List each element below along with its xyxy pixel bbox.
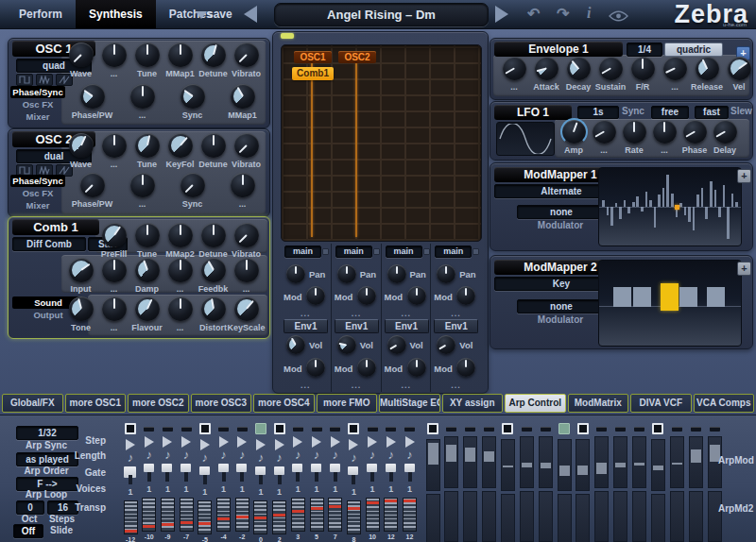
gate-slider[interactable] — [124, 466, 137, 485]
step-indicator[interactable] — [368, 427, 378, 432]
voices-value[interactable]: 1 — [240, 485, 245, 494]
knob-phase-pw[interactable] — [80, 173, 105, 197]
envelope1-snap-select[interactable]: 1/4 — [627, 42, 662, 57]
gate-slider[interactable] — [143, 464, 156, 483]
gate-slider[interactable] — [198, 466, 212, 485]
lane-module-comb1[interactable]: Comb1 — [292, 67, 334, 80]
tab-modmatrix[interactable]: ModMatrix — [568, 394, 629, 413]
knob-pan[interactable] — [286, 264, 305, 283]
arpmod-slider[interactable] — [558, 439, 572, 491]
lane-tab-osc2[interactable]: OSC2 — [338, 51, 376, 63]
transpose-slider[interactable] — [161, 498, 175, 532]
step-indicator[interactable] — [634, 427, 644, 432]
arpmod2-slider[interactable] — [539, 491, 553, 542]
arpmod-slider[interactable] — [613, 436, 627, 488]
knob-dots[interactable] — [168, 258, 193, 282]
knob-vibrato[interactable] — [234, 42, 259, 67]
length-control[interactable]: ♪ — [164, 448, 171, 462]
voices-value[interactable]: 1 — [296, 485, 301, 494]
arpmod-slider[interactable] — [426, 439, 440, 491]
knob-dots[interactable] — [102, 42, 127, 67]
step-direction-button[interactable] — [387, 436, 396, 448]
info-icon[interactable]: i — [587, 5, 591, 22]
length-control[interactable]: ♪ — [369, 448, 376, 462]
knob-mmap2[interactable] — [168, 223, 193, 247]
step-indicator[interactable] — [484, 427, 494, 432]
length-control[interactable]: ♪ — [406, 448, 413, 462]
step-indicator[interactable] — [541, 427, 551, 432]
step-direction-button[interactable] — [163, 436, 172, 448]
tab-more-osc2[interactable]: more OSC2 — [128, 394, 189, 413]
length-control[interactable]: ♪ — [295, 448, 301, 462]
knob-vol[interactable] — [286, 335, 305, 354]
step-indicator[interactable] — [596, 427, 607, 432]
length-control[interactable]: ♪ — [276, 450, 283, 465]
arpmod-slider[interactable] — [670, 436, 684, 488]
knob-distort[interactable] — [201, 296, 226, 321]
arpmod2-slider[interactable] — [670, 491, 684, 542]
knob-dots[interactable] — [234, 258, 259, 282]
voices-value[interactable]: 1 — [221, 485, 226, 494]
gate-slider[interactable] — [161, 464, 174, 483]
step-direction-button[interactable] — [181, 436, 191, 448]
knob-mod[interactable] — [456, 286, 475, 305]
voices-value[interactable]: 1 — [258, 488, 263, 497]
knob-mod[interactable] — [407, 358, 426, 377]
arpmod-slider[interactable] — [594, 436, 609, 488]
gate-slider[interactable] — [310, 464, 323, 483]
lfo1-speed-select[interactable]: fast — [695, 106, 729, 119]
knob-mod[interactable] — [407, 286, 426, 305]
knob-feedbk[interactable] — [201, 258, 226, 282]
eye-icon[interactable] — [609, 8, 628, 25]
gate-slider[interactable] — [217, 464, 231, 483]
knob-f-r[interactable] — [631, 57, 655, 80]
tab-more-osc4[interactable]: more OSC4 — [253, 394, 315, 413]
step-indicator[interactable] — [710, 427, 720, 432]
gate-slider[interactable] — [273, 466, 286, 485]
step-direction-button[interactable] — [349, 439, 358, 450]
step-direction-button[interactable] — [405, 436, 415, 448]
gate-slider[interactable] — [254, 466, 267, 485]
arpmod-slider[interactable] — [501, 439, 515, 491]
knob-dots[interactable] — [593, 120, 616, 144]
step-indicator[interactable] — [163, 427, 173, 432]
tab-vca-comps[interactable]: VCA Comps — [694, 394, 755, 413]
step-direction-button[interactable] — [256, 439, 266, 450]
arpmod2-slider[interactable] — [520, 491, 534, 542]
gate-slider[interactable] — [347, 466, 360, 485]
length-control[interactable]: ♪ — [332, 448, 338, 462]
arpmod-slider[interactable] — [539, 436, 553, 488]
knob-tune[interactable] — [135, 42, 160, 67]
tab-diva-vcf[interactable]: DIVA VCF — [630, 394, 692, 413]
step-indicator[interactable] — [691, 427, 701, 432]
voices-value[interactable]: 1 — [202, 488, 207, 497]
transpose-slider[interactable] — [124, 500, 138, 534]
knob-dots[interactable] — [503, 57, 526, 80]
step-direction-button[interactable] — [200, 439, 210, 450]
gate-slider[interactable] — [366, 464, 379, 483]
arpmod2-slider[interactable] — [689, 491, 703, 542]
arpmod2-slider[interactable] — [463, 491, 477, 542]
knob-vel[interactable] — [728, 57, 751, 80]
squarewave-icon[interactable] — [16, 74, 33, 86]
arpmod-slider[interactable] — [651, 439, 665, 491]
modmapper1-display[interactable] — [598, 167, 742, 246]
knob-dots[interactable] — [130, 173, 155, 197]
arpmod2-slider[interactable] — [613, 491, 627, 542]
transpose-slider[interactable] — [384, 498, 398, 532]
transpose-slider[interactable] — [142, 498, 156, 532]
lane-tab-osc1[interactable]: OSC1 — [294, 51, 332, 63]
tab-more-osc3[interactable]: more OSC3 — [191, 394, 252, 413]
voices-value[interactable]: 1 — [388, 485, 393, 494]
transpose-slider[interactable] — [291, 498, 305, 532]
osc1-menu-osc-fx[interactable]: Osc FX — [10, 98, 65, 110]
undo-icon[interactable]: ↶ — [527, 5, 540, 23]
main-tab-synthesis[interactable]: Synthesis — [76, 0, 156, 28]
tab-global-fx[interactable]: Global/FX — [2, 394, 63, 413]
patch-title[interactable]: Angel Rising – Dm — [274, 3, 489, 26]
step-indicator[interactable] — [465, 427, 475, 432]
step-indicator[interactable] — [672, 427, 682, 432]
knob-dots[interactable] — [231, 173, 255, 197]
step-indicator[interactable] — [615, 427, 626, 432]
voices-value[interactable]: 1 — [165, 485, 170, 494]
